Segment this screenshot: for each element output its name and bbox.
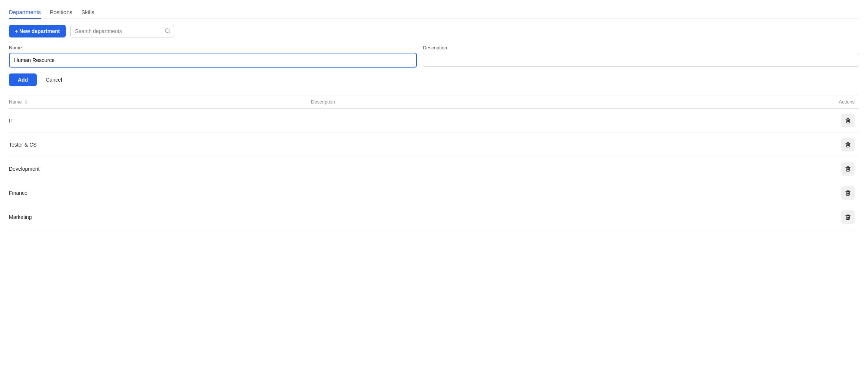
tabs-nav: Departments Positions Skills <box>9 6 859 19</box>
tab-positions[interactable]: Positions <box>50 6 72 19</box>
table-row: Marketing <box>9 205 859 229</box>
name-input[interactable] <box>9 53 417 68</box>
row-actions <box>774 181 859 205</box>
sort-icon: ⇅ <box>25 100 28 105</box>
delete-button[interactable] <box>841 186 855 200</box>
row-name: IT <box>9 109 307 133</box>
column-header-name[interactable]: Name ⇅ <box>9 95 307 109</box>
row-actions <box>774 109 859 133</box>
row-description <box>307 205 774 229</box>
name-label: Name <box>9 45 417 50</box>
tab-departments[interactable]: Departments <box>9 6 41 19</box>
row-name: Tester & CS <box>9 133 307 157</box>
row-actions <box>774 205 859 229</box>
table-header-row: Name ⇅ Description Actions <box>9 95 859 109</box>
row-actions <box>774 133 859 157</box>
row-description <box>307 109 774 133</box>
tab-skills[interactable]: Skills <box>81 6 94 19</box>
add-button[interactable]: Add <box>9 73 37 86</box>
delete-button[interactable] <box>841 114 855 127</box>
delete-button[interactable] <box>841 138 855 151</box>
search-wrapper <box>70 25 174 37</box>
description-group: Description <box>423 45 859 68</box>
row-name: Marketing <box>9 205 307 229</box>
cancel-button[interactable]: Cancel <box>43 73 65 86</box>
description-label: Description <box>423 45 859 50</box>
row-description <box>307 133 774 157</box>
row-name: Development <box>9 157 307 181</box>
table-row: Development <box>9 157 859 181</box>
add-department-form: Name Description Add Cancel <box>9 45 859 86</box>
form-row: Name Description <box>9 45 859 68</box>
row-description <box>307 157 774 181</box>
row-name: Finance <box>9 181 307 205</box>
new-department-button[interactable]: + New department <box>9 25 66 37</box>
search-input[interactable] <box>70 25 174 37</box>
column-header-description: Description <box>307 95 774 109</box>
row-description <box>307 181 774 205</box>
column-header-actions: Actions <box>774 95 859 109</box>
delete-button[interactable] <box>841 210 855 224</box>
row-actions <box>774 157 859 181</box>
table-row: Finance <box>9 181 859 205</box>
toolbar: + New department <box>9 25 859 37</box>
table-row: Tester & CS <box>9 133 859 157</box>
name-group: Name <box>9 45 417 68</box>
departments-table: Name ⇅ Description Actions IT Tester & C… <box>9 95 859 229</box>
description-input[interactable] <box>423 53 859 67</box>
table-row: IT <box>9 109 859 133</box>
delete-button[interactable] <box>841 162 855 176</box>
form-actions: Add Cancel <box>9 73 859 86</box>
